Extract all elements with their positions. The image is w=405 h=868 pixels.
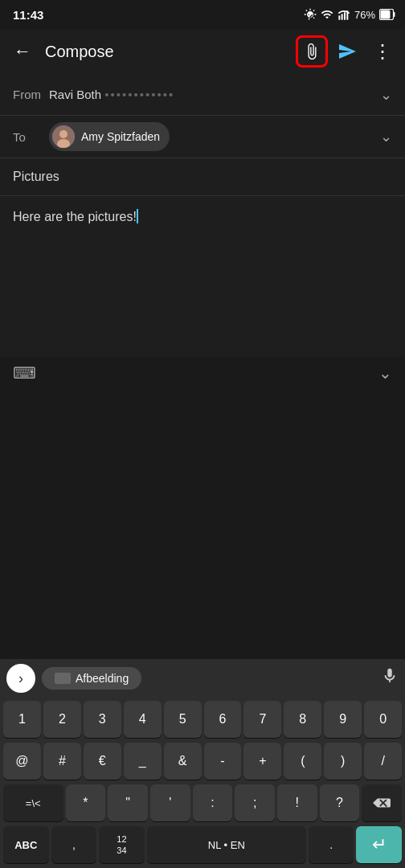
- svg-rect-1: [342, 14, 343, 19]
- status-time: 11:43: [13, 8, 43, 22]
- suggestion-expand-button[interactable]: ›: [6, 664, 35, 693]
- key-period[interactable]: .: [309, 826, 354, 863]
- svg-rect-6: [381, 10, 391, 19]
- key-0[interactable]: 0: [364, 701, 402, 738]
- key-underscore[interactable]: _: [124, 743, 162, 780]
- enter-key[interactable]: ↵: [356, 826, 402, 863]
- image-thumbnail-icon: [55, 673, 71, 684]
- to-label: To: [13, 130, 49, 144]
- key-exclaim[interactable]: !: [277, 784, 317, 821]
- contact-name: Amy Spitzfaden: [81, 130, 160, 143]
- contact-avatar: [52, 125, 75, 148]
- backspace-key[interactable]: [362, 784, 402, 821]
- attach-button[interactable]: [296, 35, 328, 68]
- key-semicolon[interactable]: ;: [235, 784, 275, 821]
- top-bar-actions: ⋮: [296, 35, 399, 68]
- svg-rect-5: [394, 12, 395, 17]
- from-field[interactable]: From Ravi Both •••••••••••• ⌄: [0, 74, 405, 116]
- from-value: Ravi Both ••••••••••••: [49, 88, 380, 101]
- attach-icon: [303, 43, 321, 60]
- key-1[interactable]: 1: [3, 701, 41, 738]
- key-5[interactable]: 5: [164, 701, 202, 738]
- key-4[interactable]: 4: [124, 701, 162, 738]
- body-value: Here are the pictures!: [13, 210, 137, 223]
- microphone-button[interactable]: [381, 667, 399, 690]
- key-rparen[interactable]: ): [324, 743, 362, 780]
- chevron-right-icon: ›: [18, 670, 23, 687]
- number-row: 1 2 3 4 5 6 7 8 9 0: [0, 698, 405, 739]
- subject-field[interactable]: Pictures: [0, 158, 405, 196]
- key-asterisk[interactable]: *: [66, 784, 106, 821]
- key-euro[interactable]: €: [84, 743, 121, 780]
- key-plus[interactable]: +: [243, 743, 281, 780]
- more-icon: ⋮: [373, 42, 392, 61]
- send-icon: [338, 42, 357, 61]
- key-slash[interactable]: /: [364, 743, 402, 780]
- mic-icon: [381, 667, 399, 685]
- key-question[interactable]: ?: [320, 784, 360, 821]
- key-lparen[interactable]: (: [284, 743, 321, 780]
- key-hash[interactable]: #: [43, 743, 81, 780]
- svg-rect-3: [346, 10, 348, 19]
- svg-rect-2: [344, 12, 346, 19]
- suggestion-bar: › Afbeelding: [0, 659, 405, 698]
- key-abc[interactable]: ABC: [3, 826, 49, 863]
- from-label: From: [13, 88, 49, 101]
- key-colon[interactable]: :: [193, 784, 233, 821]
- signal-icon: [338, 8, 350, 21]
- key-9[interactable]: 9: [324, 701, 362, 738]
- symbol-row-1: @ # € _ & - + ( ) /: [0, 739, 405, 781]
- keyboard-container: › Afbeelding 1 2 3 4 5 6 7 8 9 0 @ # € _…: [0, 659, 405, 868]
- key-doublequote[interactable]: ": [108, 784, 148, 821]
- page-title: Compose: [45, 43, 289, 61]
- key-7[interactable]: 7: [243, 701, 281, 738]
- wifi-icon: [321, 8, 333, 21]
- keyboard-switcher-icon[interactable]: ⌨: [13, 363, 36, 383]
- key-symbols[interactable]: =\<: [3, 784, 63, 821]
- to-field[interactable]: To Amy Spitzfaden ⌄: [0, 116, 405, 158]
- text-cursor: [137, 209, 138, 223]
- status-bar: 11:43 76%: [0, 0, 405, 29]
- send-button[interactable]: [331, 35, 363, 68]
- key-at[interactable]: @: [3, 743, 41, 780]
- contact-chip[interactable]: Amy Spitzfaden: [49, 122, 170, 151]
- key-ampersand[interactable]: &: [164, 743, 202, 780]
- from-chevron: ⌄: [380, 86, 392, 104]
- backspace-icon: [373, 796, 391, 810]
- back-button[interactable]: ←: [6, 35, 39, 68]
- battery-icon: [379, 9, 395, 20]
- more-button[interactable]: ⋮: [366, 35, 399, 68]
- key-comma[interactable]: ,: [51, 826, 97, 863]
- battery-level: 76%: [354, 9, 375, 21]
- status-icons: 76%: [304, 8, 395, 21]
- svg-rect-0: [338, 15, 340, 19]
- bottom-row: ABC , 1234 NL • EN . ↵: [0, 823, 405, 868]
- bottom-bar: ⌨ ⌄: [0, 357, 405, 389]
- key-6[interactable]: 6: [204, 701, 242, 738]
- compose-area: From Ravi Both •••••••••••• ⌄ To Amy Spi…: [0, 74, 405, 357]
- key-singlequote[interactable]: ': [150, 784, 190, 821]
- top-bar: ← Compose ⋮: [0, 29, 405, 74]
- key-numpad[interactable]: 1234: [99, 826, 145, 863]
- suggestion-label: Afbeelding: [76, 672, 129, 685]
- key-2[interactable]: 2: [43, 701, 81, 738]
- key-minus[interactable]: -: [204, 743, 242, 780]
- suggestion-chip-afbeelding[interactable]: Afbeelding: [42, 667, 141, 690]
- key-space[interactable]: NL • EN: [147, 826, 306, 863]
- nav-chevron-down-icon[interactable]: ⌄: [378, 363, 392, 383]
- key-8[interactable]: 8: [284, 701, 321, 738]
- key-3[interactable]: 3: [84, 701, 121, 738]
- symbol-row-2: =\< * " ' : ; ! ?: [0, 781, 405, 823]
- body-field[interactable]: Here are the pictures!: [0, 196, 405, 357]
- subject-value: Pictures: [13, 170, 59, 183]
- svg-point-8: [59, 130, 68, 138]
- alarm-icon: [304, 8, 317, 21]
- to-chevron: ⌄: [380, 128, 392, 145]
